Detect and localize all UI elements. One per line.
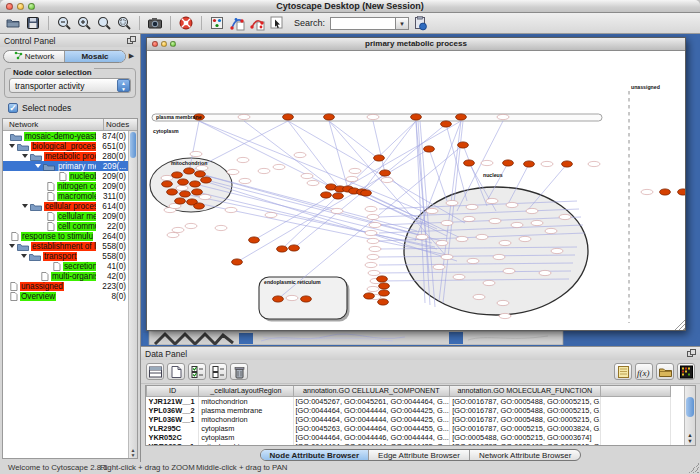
graph-node[interactable] — [503, 160, 514, 166]
table-mode-icon[interactable] — [146, 363, 164, 380]
graph-node-label[interactable] — [506, 202, 518, 207]
graph-node-label[interactable] — [367, 238, 379, 243]
graph-node[interactable] — [184, 168, 195, 174]
graph-node[interactable] — [172, 172, 183, 178]
unselect-attributes-icon[interactable] — [209, 363, 227, 380]
graph-node-label[interactable] — [161, 175, 173, 180]
graph-node-label[interactable] — [167, 232, 179, 237]
graph-node-label[interactable] — [367, 114, 379, 119]
attribute-table[interactable]: ID_cellularLayoutRegionannotation.GO CEL… — [146, 386, 671, 446]
network-view-window[interactable]: primary metabolic process plasma membran… — [146, 37, 686, 331]
graph-node[interactable] — [167, 189, 178, 195]
table-cell[interactable]: plasma membrane — [199, 406, 293, 415]
graph-node[interactable] — [194, 203, 205, 209]
table-scrollbar-arrows[interactable]: ▲▼ — [685, 432, 695, 444]
column-header[interactable]: ID — [147, 386, 199, 396]
graph-node[interactable] — [180, 191, 191, 197]
graph-node-label[interactable] — [499, 240, 511, 245]
graph-node[interactable] — [301, 296, 312, 302]
delete-attribute-icon[interactable] — [230, 363, 248, 380]
graph-node-label[interactable] — [286, 295, 298, 300]
graph-node[interactable] — [380, 170, 391, 176]
help-icon[interactable] — [177, 14, 195, 32]
save-icon[interactable] — [24, 14, 42, 32]
graph-node-label[interactable] — [453, 274, 465, 279]
graph-node-label[interactable] — [588, 161, 600, 166]
table-cell[interactable]: [GO:0016787, GO:0005488, GO:0005215, G..… — [450, 442, 601, 447]
graph-node[interactable] — [464, 160, 475, 166]
graph-node[interactable] — [249, 237, 260, 243]
graph-node-label[interactable] — [381, 177, 393, 182]
graph-node-label[interactable] — [483, 280, 495, 285]
table-cell[interactable] — [600, 433, 670, 442]
graph-node-label[interactable] — [531, 220, 543, 225]
table-cell[interactable]: YJR121W__1 — [147, 396, 199, 406]
graph-node-label[interactable] — [446, 200, 458, 205]
graph-node-label[interactable] — [641, 189, 653, 194]
tree-scrollbar-arrows[interactable]: ▲▼ — [129, 448, 137, 458]
network-canvas[interactable]: plasma membranecytoplasmmitochondrionnuc… — [147, 51, 685, 330]
graph-node-label[interactable] — [489, 218, 501, 223]
graph-node-label[interactable] — [368, 270, 380, 275]
graph-node[interactable] — [192, 189, 203, 195]
graph-node[interactable] — [361, 190, 372, 196]
tree-row[interactable]: nitrogen compo209(0) — [3, 181, 128, 191]
table-cell[interactable] — [600, 442, 670, 447]
graph-node-label[interactable] — [367, 286, 379, 291]
tab-node-attribute-browser[interactable]: Node Attribute Browser — [261, 450, 370, 460]
tree-col-nodes[interactable]: Nodes — [104, 119, 137, 130]
table-row[interactable]: YPL036W__2plasma membrane[GO:0044464, GO… — [147, 406, 671, 415]
tree-scrollbar-thumb[interactable] — [130, 132, 136, 158]
graph-node-label[interactable] — [503, 268, 515, 273]
graph-node-label[interactable] — [463, 216, 475, 221]
graph-node-label[interactable] — [258, 168, 270, 173]
table-cell[interactable]: [GO:0044464, GO:0044444, GO:0044425, G..… — [293, 442, 450, 447]
network-graph[interactable]: plasma membranecytoplasmmitochondrionnuc… — [147, 51, 685, 330]
graph-node[interactable] — [277, 246, 288, 252]
graph-node-label[interactable] — [466, 204, 478, 209]
float-panel-icon[interactable] — [127, 36, 136, 46]
table-row[interactable]: YKR052Ccytoplasm[GO:0044464, GO:0044446,… — [147, 433, 671, 442]
tree-row[interactable]: Overview8(0) — [3, 291, 128, 301]
tree-row[interactable]: macromolecule311(0) — [3, 191, 128, 201]
graph-node-label[interactable] — [526, 208, 538, 213]
graph-node[interactable] — [289, 245, 300, 251]
table-cell[interactable] — [600, 424, 670, 433]
graph-node-label[interactable] — [172, 227, 184, 232]
snapshot-icon[interactable] — [146, 14, 164, 32]
tab-edge-attribute-browser[interactable]: Edge Attribute Browser — [369, 450, 470, 460]
expander-icon[interactable] — [9, 144, 15, 151]
graph-node-label[interactable] — [493, 254, 505, 259]
table-cell[interactable] — [600, 396, 670, 406]
expander-icon[interactable] — [21, 254, 27, 261]
table-cell[interactable]: [GO:0044464, GO:0044446, GO:0044444, G..… — [293, 433, 450, 442]
graph-node[interactable] — [660, 189, 671, 195]
network-view-titlebar[interactable]: primary metabolic process — [147, 38, 685, 51]
graph-node[interactable] — [456, 114, 467, 120]
window-resize-grip[interactable] — [689, 463, 699, 473]
expander-icon[interactable] — [22, 204, 28, 211]
import-icon[interactable] — [411, 14, 429, 32]
graph-node[interactable] — [377, 276, 388, 282]
tree-row[interactable]: mosaic-demo-yeast874(0) — [3, 131, 128, 141]
tree-row[interactable]: transport558(0) — [3, 251, 128, 261]
table-cell[interactable] — [600, 406, 670, 415]
tree-row[interactable]: establishment of lo558(0) — [3, 241, 128, 251]
graph-node[interactable] — [324, 114, 335, 120]
graph-node[interactable] — [379, 290, 390, 296]
graph-node-label[interactable] — [441, 220, 453, 225]
tree-row[interactable]: multi-organism pro42(0) — [3, 271, 128, 281]
table-cell[interactable]: mitochondrion — [199, 415, 293, 424]
tree-row[interactable]: metabolic process280(0) — [3, 151, 128, 161]
column-header[interactable]: annotation.GO CELLULAR_COMPONENT — [293, 386, 450, 396]
graph-node[interactable] — [195, 171, 206, 177]
table-cell[interactable]: [GO:0016787, GO:0005488, GO:0005215, G..… — [450, 406, 601, 415]
graph-node-label[interactable] — [239, 178, 251, 183]
expander-icon[interactable] — [9, 244, 15, 251]
inner-close-button[interactable] — [152, 41, 158, 47]
table-cell[interactable]: [GO:0005488, GO:0005215, GO:0003674] — [450, 433, 601, 442]
graph-node-label[interactable] — [481, 160, 493, 165]
graph-node-label[interactable] — [497, 114, 509, 119]
graph-node-label[interactable] — [294, 152, 306, 157]
tree-row[interactable]: cellular process614(0) — [3, 201, 128, 211]
